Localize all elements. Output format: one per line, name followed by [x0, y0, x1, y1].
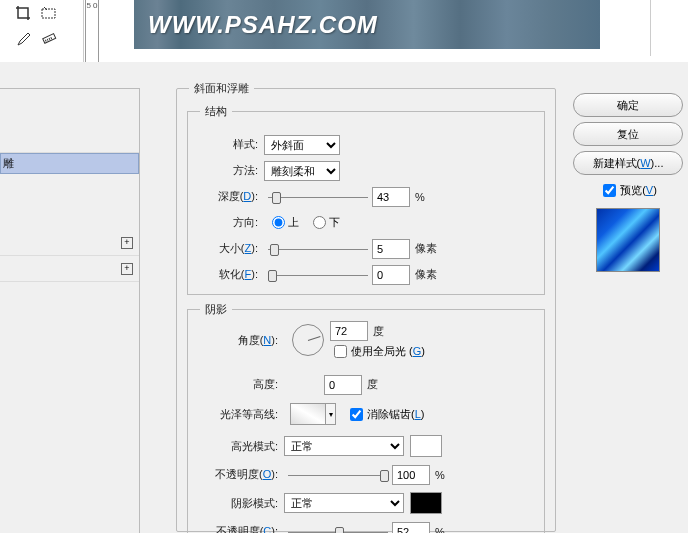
angle-label: 角度(N): [194, 333, 284, 348]
new-style-button[interactable]: 新建样式(W)... [573, 151, 683, 175]
shadow-opacity-label: 不透明度(C): [194, 524, 284, 533]
style-select[interactable]: 外斜面 [264, 135, 340, 155]
eyedropper-tool-icon[interactable] [14, 29, 32, 47]
global-light-checkbox[interactable] [334, 345, 347, 358]
contour-picker[interactable] [290, 403, 326, 425]
soften-input[interactable] [372, 265, 410, 285]
highlight-opacity-label: 不透明度(O): [194, 467, 284, 482]
reset-button[interactable]: 复位 [573, 122, 683, 146]
highlight-mode-label: 高光模式: [194, 439, 284, 454]
panel-title: 斜面和浮雕 [189, 81, 254, 96]
angle-dial[interactable] [292, 324, 324, 356]
contour-label: 光泽等高线: [194, 407, 284, 422]
soften-label: 软化(F): [194, 267, 264, 282]
svg-rect-0 [42, 9, 55, 18]
size-slider[interactable] [268, 241, 368, 257]
size-label: 大小(Z): [194, 241, 264, 256]
depth-input[interactable] [372, 187, 410, 207]
direction-label: 方向: [194, 215, 264, 230]
up-label: 上 [288, 215, 299, 230]
direction-up-radio[interactable] [272, 216, 285, 229]
unit-percent: % [435, 469, 445, 481]
expand-icon[interactable]: + [121, 263, 133, 275]
style-item-label: 雕 [3, 156, 14, 171]
unit-percent: % [415, 191, 425, 203]
soften-slider[interactable] [268, 267, 368, 283]
unit-deg: 度 [367, 377, 378, 392]
depth-label: 深度(D): [194, 189, 264, 204]
global-light-label: 使用全局光 (G) [351, 344, 425, 359]
vertical-ruler: 5 0 [85, 0, 99, 62]
ruler-tool-icon[interactable] [40, 29, 58, 47]
down-label: 下 [329, 215, 340, 230]
app-top: 5 0 WWW.PSAHZ.COM [0, 0, 688, 62]
unit-percent: % [435, 526, 445, 534]
shadow-mode-label: 阴影模式: [194, 496, 284, 511]
highlight-mode-select[interactable]: 正常 [284, 436, 404, 456]
unit-px: 像素 [415, 267, 437, 282]
highlight-color-swatch[interactable] [410, 435, 442, 457]
slice-tool-icon[interactable] [40, 4, 58, 22]
bevel-emboss-panel: 斜面和浮雕 结构 样式: 外斜面 方法: 雕刻柔和 深度(D): % 方向: 上… [176, 88, 556, 533]
antialias-label: 消除锯齿(L) [367, 407, 424, 422]
effects-row-1[interactable]: + [0, 230, 139, 256]
style-label: 样式: [194, 137, 264, 152]
toolbox [0, 0, 84, 62]
shadow-color-swatch[interactable] [410, 492, 442, 514]
shadow-mode-select[interactable]: 正常 [284, 493, 404, 513]
shadow-legend: 阴影 [200, 302, 232, 317]
layer-styles-list: 雕 + + [0, 88, 140, 533]
size-input[interactable] [372, 239, 410, 259]
banner-text: WWW.PSAHZ.COM [134, 0, 600, 50]
angle-input[interactable] [330, 321, 368, 341]
document-canvas[interactable]: WWW.PSAHZ.COM [134, 0, 600, 49]
shadow-opacity-input[interactable] [392, 522, 430, 534]
structure-legend: 结构 [200, 104, 232, 119]
unit-px: 像素 [415, 241, 437, 256]
preview-thumbnail [596, 208, 660, 272]
preview-label: 预览(V) [620, 183, 657, 198]
crop-tool-icon[interactable] [14, 4, 32, 22]
contour-dropdown-icon[interactable]: ▾ [326, 403, 336, 425]
antialias-checkbox[interactable] [350, 408, 363, 421]
unit-deg: 度 [373, 324, 384, 339]
dialog-buttons: 确定 复位 新建样式(W)... 预览(V) [568, 88, 688, 338]
highlight-opacity-input[interactable] [392, 465, 430, 485]
scrollbar-right[interactable] [650, 0, 672, 56]
shadow-opacity-slider[interactable] [288, 524, 388, 534]
expand-icon[interactable]: + [121, 237, 133, 249]
style-item-bevel[interactable]: 雕 [0, 153, 139, 174]
ok-button[interactable]: 确定 [573, 93, 683, 117]
method-label: 方法: [194, 163, 264, 178]
altitude-label: 高度: [194, 377, 284, 392]
method-select[interactable]: 雕刻柔和 [264, 161, 340, 181]
depth-slider[interactable] [268, 189, 368, 205]
highlight-opacity-slider[interactable] [288, 467, 388, 483]
effects-row-2[interactable]: + [0, 256, 139, 282]
preview-checkbox[interactable] [603, 184, 616, 197]
altitude-input[interactable] [324, 375, 362, 395]
direction-down-radio[interactable] [313, 216, 326, 229]
